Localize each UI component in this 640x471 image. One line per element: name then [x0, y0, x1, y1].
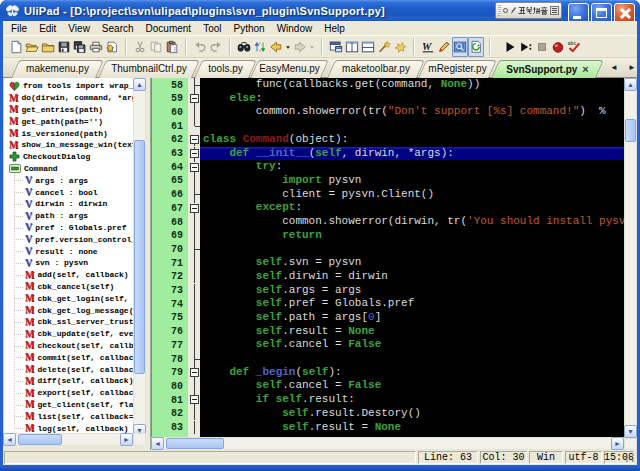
- fold-margin[interactable]: [188, 78, 200, 437]
- tab-maketoolbar-py[interactable]: maketoolbar.py: [331, 60, 421, 78]
- toolbar-find-replace-button[interactable]: [252, 37, 268, 57]
- menu-item-edit[interactable]: Edit: [33, 22, 62, 35]
- ime-menu-button[interactable]: [550, 6, 559, 15]
- toolbar-reload-page-button[interactable]: [468, 37, 484, 57]
- tab-mregister-py[interactable]: mRegister.py: [422, 60, 493, 78]
- tree-item-cbk_get_log_message[interactable]: Mcbk_get_log_message(s: [4, 304, 133, 316]
- tab-tools-py[interactable]: tools.py: [198, 60, 253, 78]
- code-line-71[interactable]: self.svn = pysvn: [200, 256, 624, 270]
- tab-makemenu-py[interactable]: makemenu.py: [15, 60, 100, 78]
- toolbar-snippets-button[interactable]: [392, 37, 408, 57]
- tree-item-do[interactable]: Mdo(dirwin, command, *arg: [4, 92, 133, 104]
- scroll-thumb[interactable]: [625, 119, 636, 142]
- toolbar-go-back-button[interactable]: [268, 37, 284, 57]
- tree-item-checkout[interactable]: Mcheckout(self, callba: [4, 340, 133, 352]
- scroll-left-arrow[interactable]: ◄: [151, 437, 164, 450]
- tree-item-dirwin[interactable]: Vdirwin : dirwin: [4, 198, 133, 210]
- code-line-69[interactable]: return: [200, 229, 624, 243]
- toolbar-save-all-button[interactable]: [72, 37, 88, 57]
- toolbar-forward-dropdown-button[interactable]: [308, 37, 316, 57]
- menu-item-file[interactable]: File: [5, 22, 33, 35]
- tab-scroll-right-arrow[interactable]: ►: [628, 64, 636, 72]
- toolbar-paste-button[interactable]: [164, 37, 180, 57]
- code-line-68[interactable]: common.showerror(dirwin, tr('You should …: [200, 215, 624, 229]
- tree-item-is_versioned[interactable]: Mis_versioned(path): [4, 127, 133, 139]
- scroll-down-arrow[interactable]: ▼: [624, 425, 637, 438]
- code-line-77[interactable]: self.cancel = False: [200, 338, 624, 352]
- tree-item-CheckoutDialog[interactable]: CheckoutDialog: [4, 151, 133, 163]
- tree-item-svn[interactable]: Vsvn : pysvn: [4, 257, 133, 269]
- code-line-80[interactable]: self.cancel = False: [200, 379, 624, 393]
- tree-item-get_path[interactable]: Mget_path(path=''): [4, 115, 133, 127]
- code-editor[interactable]: func(callbacks.get(command, None)) else:…: [200, 78, 624, 437]
- tree-item-cbk_update[interactable]: Mcbk_update(self, even: [4, 328, 133, 340]
- toolbar-open-folder-button[interactable]: [40, 37, 56, 57]
- tab-close-icon[interactable]: ×: [582, 63, 588, 75]
- scroll-thumb[interactable]: [134, 140, 145, 374]
- menu-item-help[interactable]: Help: [318, 22, 351, 35]
- menu-item-view[interactable]: View: [62, 22, 96, 35]
- toolbar-view-image-button[interactable]: [452, 37, 468, 57]
- tree-item-path[interactable]: Vpath : args: [4, 210, 133, 222]
- code-line-67[interactable]: except:: [200, 201, 624, 215]
- code-line-64[interactable]: try:: [200, 160, 624, 174]
- code-line-74[interactable]: self.pref = Globals.pref: [200, 297, 624, 311]
- toolbar-print-button[interactable]: [88, 37, 104, 57]
- toolbar-new-file-button[interactable]: [8, 37, 24, 57]
- code-line-63-current[interactable]: def __init__(self, dirwin, *args):: [200, 147, 624, 161]
- tree-item-cancel[interactable]: Vcancel : bool: [4, 186, 133, 198]
- tree-horizontal-scrollbar[interactable]: ◄►: [3, 433, 133, 446]
- code-line-81[interactable]: if self.result:: [200, 393, 624, 407]
- tab-scroll-left-arrow[interactable]: ◄: [610, 64, 618, 72]
- toolbar-open-file-button[interactable]: [24, 37, 40, 57]
- tree-item-commit[interactable]: Mcommit(self, callback: [4, 351, 133, 363]
- toolbar-split-horizontal-button[interactable]: [360, 37, 376, 57]
- code-line-60[interactable]: common.showerror(tr("Don't support [%s] …: [200, 105, 624, 119]
- tree-item-list[interactable]: Mlist(self, callback=N: [4, 410, 133, 422]
- tree-item-add[interactable]: Madd(self, callback): [4, 269, 133, 281]
- code-line-79[interactable]: def _begin(self):: [200, 366, 624, 380]
- code-line-73[interactable]: self.args = args: [200, 284, 624, 298]
- tree-vertical-scrollbar[interactable]: ▲▼: [133, 78, 146, 437]
- code-line-70[interactable]: [200, 242, 624, 256]
- scroll-right-arrow[interactable]: ►: [611, 437, 624, 450]
- menu-item-tool[interactable]: Tool: [197, 22, 227, 35]
- menu-item-window[interactable]: Window: [271, 22, 319, 35]
- code-line-78[interactable]: [200, 352, 624, 366]
- tree-item-from[interactable]: from tools import wrap_r: [4, 80, 133, 92]
- toolbar-find-button[interactable]: [236, 37, 252, 57]
- code-line-66[interactable]: client = pysvn.Client(): [200, 188, 624, 202]
- toolbar-copy-button[interactable]: [148, 37, 164, 57]
- tree-item-Command[interactable]: Command: [4, 163, 133, 175]
- toolbar-wizard-wand-button[interactable]: [376, 37, 392, 57]
- tree-item-args[interactable]: Vargs : args: [4, 174, 133, 186]
- tab-thumbnailctrl-py[interactable]: ThumbnailCtrl.py: [102, 60, 196, 78]
- scroll-up-arrow[interactable]: ▲: [133, 78, 146, 91]
- code-line-75[interactable]: self.path = args[0]: [200, 311, 624, 325]
- tree-item-diff[interactable]: Mdiff(self, callback): [4, 375, 133, 387]
- ime-grip[interactable]: [498, 5, 501, 16]
- code-line-59[interactable]: else:: [200, 92, 624, 106]
- code-line-65[interactable]: import pysvn: [200, 174, 624, 188]
- tree-item-log[interactable]: Mlog(self, callback): [4, 422, 133, 433]
- toolbar-stop-button[interactable]: [534, 37, 550, 57]
- toolbar-frame-windows-button[interactable]: [328, 37, 344, 57]
- toolbar-pen-edit-button[interactable]: [436, 37, 452, 57]
- code-line-82[interactable]: self.result.Destory(): [200, 407, 624, 421]
- code-line-61[interactable]: [200, 119, 624, 133]
- tree-item-cbk_cancel[interactable]: Mcbk_cancel(self): [4, 281, 133, 293]
- toolbar-check-syntax-button[interactable]: abc: [566, 37, 582, 57]
- toolbar-split-vertical-button[interactable]: [344, 37, 360, 57]
- toolbar-undo-button[interactable]: [192, 37, 208, 57]
- scroll-left-arrow[interactable]: ◄: [3, 433, 16, 446]
- code-line-76[interactable]: self.result = None: [200, 325, 624, 339]
- editor-horizontal-scrollbar[interactable]: ◄►: [151, 437, 624, 450]
- title-bar[interactable]: UliPad - [D:\project\svn\ulipad\plugins\…: [0, 0, 640, 21]
- menu-item-document[interactable]: Document: [140, 22, 198, 35]
- scroll-thumb[interactable]: [166, 438, 224, 449]
- ime-language-bar[interactable]: [495, 2, 562, 19]
- tree-item-show_in_message_win[interactable]: Mshow_in_message_win(text: [4, 139, 133, 151]
- scroll-up-arrow[interactable]: ▲: [624, 78, 637, 91]
- toolbar-run-with-args-button[interactable]: [518, 37, 534, 57]
- tab-svnsupport-py[interactable]: SvnSupport.py×: [495, 60, 600, 78]
